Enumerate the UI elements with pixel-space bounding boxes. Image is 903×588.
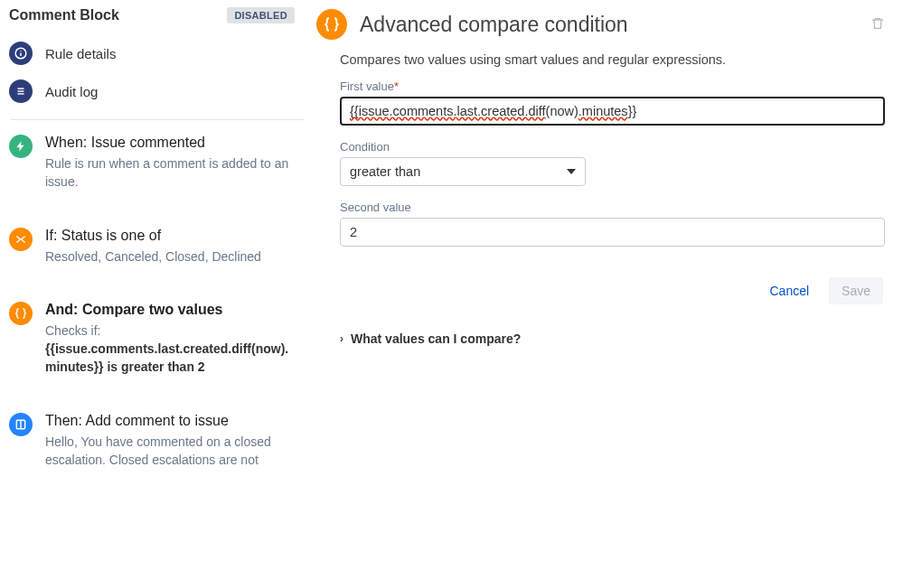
save-button[interactable]: Save xyxy=(829,277,883,304)
list-icon xyxy=(9,79,33,103)
step-title: When: Issue commented xyxy=(45,135,296,151)
step-title: Then: Add comment to issue xyxy=(45,413,296,429)
svg-point-2 xyxy=(20,51,21,51)
trash-icon xyxy=(870,15,885,32)
field-label-condition: Condition xyxy=(340,140,885,154)
step-desc: Resolved, Canceled, Closed, Declined xyxy=(45,247,296,266)
condition-select[interactable]: greater than xyxy=(340,157,586,186)
step-and-compare[interactable]: And: Compare two values Checks if: {{iss… xyxy=(7,302,307,413)
main-header: Advanced compare condition xyxy=(316,9,885,40)
action-icon xyxy=(9,413,33,436)
help-expander[interactable]: › What values can I compare? xyxy=(340,331,885,346)
braces-icon xyxy=(9,302,33,325)
first-value-input[interactable]: {{issue.comments.last.created.diff(now).… xyxy=(340,97,885,126)
field-label-first: First value* xyxy=(340,79,885,93)
divider xyxy=(11,119,304,120)
step-title: And: Compare two values xyxy=(45,302,296,318)
trigger-icon xyxy=(9,135,33,158)
form-description: Compares two values using smart values a… xyxy=(340,52,885,67)
branch-icon xyxy=(9,228,33,251)
step-lead: Checks if: xyxy=(45,323,100,338)
page-title: Advanced compare condition xyxy=(360,13,858,37)
chevron-right-icon: › xyxy=(340,332,343,345)
step-desc: Checks if: {{issue.comments.last.created… xyxy=(45,322,296,377)
expander-label: What values can I compare? xyxy=(351,331,521,346)
nav-label: Rule details xyxy=(45,46,116,61)
sidebar-header: Comment Block DISABLED xyxy=(7,7,307,34)
nav-audit-log[interactable]: Audit log xyxy=(7,72,307,110)
braces-icon xyxy=(316,9,347,40)
step-if[interactable]: If: Status is one of Resolved, Canceled,… xyxy=(7,228,307,302)
step-desc: Rule is run when a comment is added to a… xyxy=(45,154,296,191)
nav-label: Audit log xyxy=(45,84,98,99)
cancel-button[interactable]: Cancel xyxy=(757,277,822,304)
second-value-input[interactable] xyxy=(340,218,885,247)
info-icon xyxy=(9,42,33,65)
delete-button[interactable] xyxy=(870,15,885,34)
nav-rule-details[interactable]: Rule details xyxy=(7,34,307,72)
status-badge: DISABLED xyxy=(227,7,295,23)
step-desc: Hello, You have commented on a closed es… xyxy=(45,433,296,470)
step-then[interactable]: Then: Add comment to issue Hello, You ha… xyxy=(7,413,307,506)
step-smart: {{issue.comments.last.created.diff(now).… xyxy=(45,341,288,374)
step-when[interactable]: When: Issue commented Rule is run when a… xyxy=(7,135,307,228)
step-title: If: Status is one of xyxy=(45,228,296,244)
rule-title: Comment Block xyxy=(9,7,119,23)
field-label-second: Second value xyxy=(340,201,885,214)
